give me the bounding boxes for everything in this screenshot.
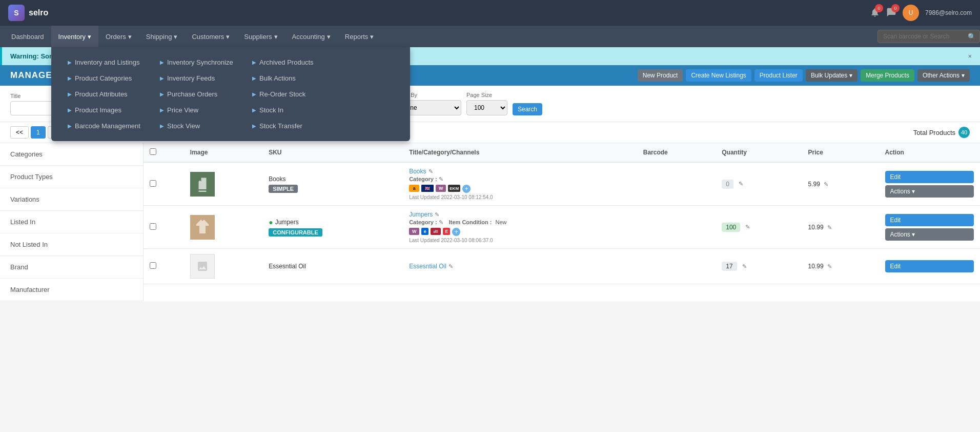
dropdown-item-stock-transfer[interactable]: ▶ Stock Transfer <box>248 119 340 133</box>
arrow-icon: ▶ <box>68 91 72 97</box>
sidebar-item-brand[interactable]: Brand <box>0 256 143 279</box>
edit-quantity-icon[interactable]: ✎ <box>739 181 743 187</box>
quantity-badge: 0 ✎ <box>722 180 743 189</box>
dropdown-col-2: ▶ Inventory Synchronize ▶ Inventory Feed… <box>156 55 248 133</box>
nav-shipping[interactable]: Shipping ▾ <box>139 26 185 47</box>
arrow-icon: ▶ <box>252 123 256 129</box>
nav-accounting[interactable]: Accounting ▾ <box>285 26 338 47</box>
dropdown-item-inventory-synchronize[interactable]: ▶ Inventory Synchronize <box>156 55 248 69</box>
quantity-badge: 100 ✎ <box>722 223 750 232</box>
nav-search-icon[interactable]: 🔍 <box>968 33 976 41</box>
sidebar-item-listed-in[interactable]: Listed In <box>0 211 143 233</box>
arrow-icon: ▶ <box>160 107 164 113</box>
edit-button[interactable]: Edit <box>885 214 974 226</box>
nav-inventory-caret: ▾ <box>88 33 91 41</box>
product-title-link[interactable]: Essesntial Oil <box>409 263 446 270</box>
us-channel-icon[interactable]: 🇺🇸 <box>431 228 441 235</box>
edit-title-icon[interactable]: ✎ <box>435 211 439 218</box>
action-buttons-col: Edit <box>885 260 974 272</box>
actions-dropdown-button[interactable]: Actions ▾ <box>885 228 974 241</box>
th-title: Title/Category/Channels <box>403 143 637 162</box>
nav-reports[interactable]: Reports ▾ <box>338 26 381 47</box>
dropdown-item-inventory-listings[interactable]: ▶ Inventory and Listings <box>64 55 156 69</box>
action-buttons-col: Edit Actions ▾ <box>885 171 974 198</box>
dropdown-item-product-attributes[interactable]: ▶ Product Attributes <box>64 87 156 101</box>
sidebar-item-product-types[interactable]: Product Types <box>0 166 143 188</box>
sidebar-item-variations[interactable]: Variations <box>0 188 143 211</box>
user-email: 7986@selro.com <box>925 9 972 16</box>
sidebar: Categories Product Types Variations List… <box>0 143 144 301</box>
nav-accounting-caret: ▾ <box>327 33 331 41</box>
dropdown-item-stock-view[interactable]: ▶ Stock View <box>156 119 248 133</box>
dropdown-item-price-view[interactable]: ▶ Price View <box>156 103 248 117</box>
edit-title-icon[interactable]: ✎ <box>448 263 453 270</box>
nav-dashboard[interactable]: Dashboard <box>4 26 51 47</box>
woo-channel-icon[interactable]: W <box>409 228 419 235</box>
edit-category-icon[interactable]: ✎ <box>439 176 443 182</box>
logo: S selro <box>8 5 48 21</box>
ebay2-channel-icon[interactable]: E <box>443 228 450 235</box>
row-select-checkbox[interactable] <box>150 180 156 187</box>
dropdown-item-stock-in[interactable]: ▶ Stock In <box>248 103 340 117</box>
select-all-checkbox[interactable] <box>150 148 156 155</box>
logo-text: selro <box>29 8 48 17</box>
notification-bell[interactable]: 0 <box>870 7 880 19</box>
arrow-icon: ▶ <box>252 75 256 81</box>
arrow-icon: ▶ <box>160 123 164 129</box>
actions-dropdown-button[interactable]: Actions ▾ <box>885 185 974 198</box>
edit-title-icon[interactable]: ✎ <box>428 168 433 175</box>
edit-price-icon[interactable]: ✎ <box>827 263 832 269</box>
ebay-channel-icon[interactable]: e <box>421 228 428 235</box>
row-sku: Essesntial Oil <box>262 249 403 284</box>
sidebar-item-categories[interactable]: Categories <box>0 143 143 166</box>
message-icon[interactable]: 0 <box>886 7 896 19</box>
edit-button[interactable]: Edit <box>885 260 974 272</box>
woo-channel-icon[interactable]: W <box>436 185 446 192</box>
dropdown-item-reorder-stock[interactable]: ▶ Re-Order Stock <box>248 87 340 101</box>
ekm-channel-icon[interactable]: EKM <box>448 185 460 192</box>
dropdown-item-bulk-actions[interactable]: ▶ Bulk Actions <box>248 71 340 85</box>
add-channel-icon[interactable]: + <box>462 185 471 193</box>
arrow-icon: ▶ <box>160 91 164 97</box>
channel-icons: W e 🇺🇸 E + <box>409 228 631 236</box>
sidebar-item-not-listed-in[interactable]: Not Listed In <box>0 233 143 256</box>
row-select-checkbox[interactable] <box>150 223 156 230</box>
dropdown-item-barcode-management[interactable]: ▶ Barcode Management <box>64 119 156 133</box>
channel-icons: a 🇬🇧 W EKM + <box>409 185 631 193</box>
edit-price-icon[interactable]: ✎ <box>827 224 832 230</box>
avatar[interactable]: U <box>903 5 919 21</box>
dropdown-item-archived-products[interactable]: ▶ Archived Products <box>248 55 340 69</box>
row-price: 10.99 ✎ <box>802 249 879 284</box>
nav-customers[interactable]: Customers ▾ <box>185 26 237 47</box>
edit-quantity-icon[interactable]: ✎ <box>742 263 747 270</box>
dropdown-col-3: ▶ Archived Products ▶ Bulk Actions ▶ Re-… <box>248 55 340 133</box>
row-title-category-channels: Essesntial Oil ✎ <box>403 249 637 284</box>
uk-channel-icon[interactable]: 🇬🇧 <box>421 185 434 192</box>
item-condition-value: New <box>495 219 506 225</box>
edit-quantity-icon[interactable]: ✎ <box>745 224 750 230</box>
edit-category-icon[interactable]: ✎ <box>439 219 443 225</box>
amazon-channel-icon[interactable]: a <box>409 185 419 192</box>
topbar: S selro 0 0 U 7986@selro.com <box>0 0 980 26</box>
nav-suppliers[interactable]: Suppliers ▾ <box>237 26 284 47</box>
price-value: 10.99 <box>808 224 824 231</box>
nav-inventory[interactable]: Inventory ▾ <box>51 26 98 47</box>
add-channel-icon[interactable]: + <box>452 228 460 236</box>
nav-reports-caret: ▾ <box>370 33 374 41</box>
arrow-icon: ▶ <box>160 75 164 81</box>
dropdown-item-inventory-feeds[interactable]: ▶ Inventory Feeds <box>156 71 248 85</box>
dropdown-item-product-categories[interactable]: ▶ Product Categories <box>64 71 156 85</box>
product-title-link[interactable]: Jumpers <box>409 211 433 218</box>
row-barcode <box>637 162 716 206</box>
dropdown-item-product-images[interactable]: ▶ Product Images <box>64 103 156 117</box>
nav-orders[interactable]: Orders ▾ <box>98 26 139 47</box>
edit-button[interactable]: Edit <box>885 171 974 183</box>
sidebar-item-manufacturer[interactable]: Manufacturer <box>0 279 143 301</box>
action-buttons-col: Edit Actions ▾ <box>885 214 974 241</box>
row-select-checkbox[interactable] <box>150 262 156 269</box>
nav-search-input[interactable] <box>877 30 980 43</box>
dropdown-item-purchase-orders[interactable]: ▶ Purchase Orders <box>156 87 248 101</box>
edit-price-icon[interactable]: ✎ <box>824 181 828 187</box>
product-title-link[interactable]: Books <box>409 168 426 175</box>
arrow-icon: ▶ <box>160 60 164 65</box>
